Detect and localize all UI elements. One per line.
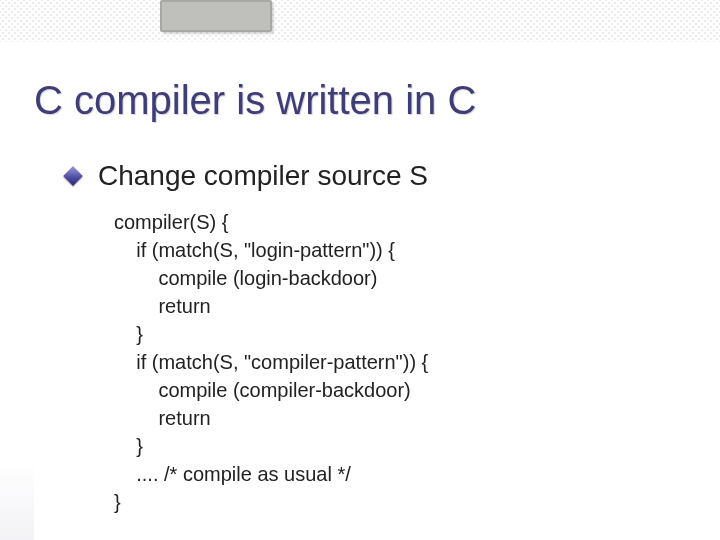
corner-decoration [0,460,34,540]
slide: C compiler is written in C Change compil… [0,0,720,540]
grey-accent-box [160,0,272,32]
bullet-row: Change compiler source S [66,160,428,192]
bullet-text: Change compiler source S [98,160,428,192]
code-block: compiler(S) { if (match(S, "login-patter… [114,208,428,516]
diamond-bullet-icon [63,166,83,186]
top-decoration [0,0,720,42]
slide-title: C compiler is written in C [34,78,476,123]
dotted-background [0,0,720,42]
